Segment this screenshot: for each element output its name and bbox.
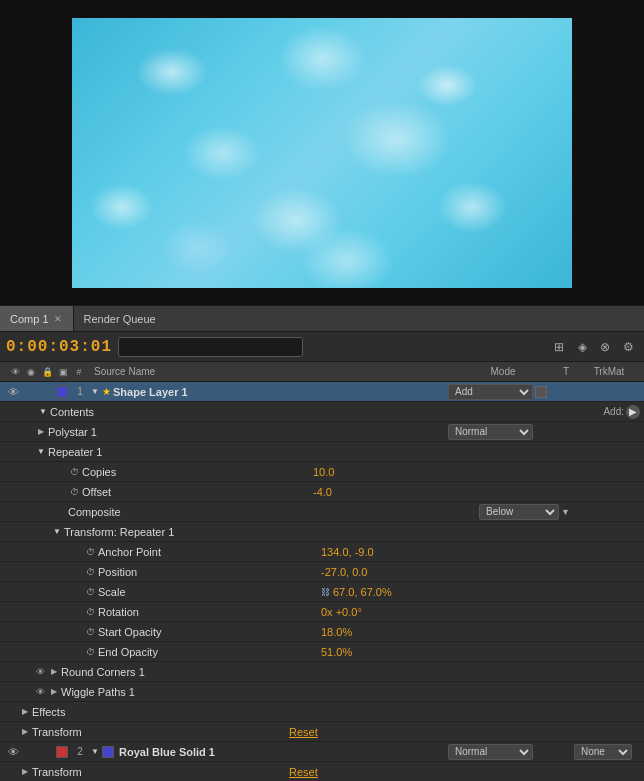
eye-toggle-1[interactable]: 👁 [4,386,22,398]
transform-layer1-expand[interactable]: ▶ [20,727,30,736]
trkmat-header: TrkMat [574,366,644,377]
mode-header: Mode [448,366,558,377]
layers-area: 👁 1 ▼ ★ Shape Layer 1 Add Normal [0,382,644,781]
eye-toggle-2[interactable]: 👁 [4,746,22,758]
copies-stopwatch[interactable]: ⏱ [68,467,80,477]
scale-value[interactable]: 67.0, 67.0% [333,586,392,598]
layer-name-2: Royal Blue Solid 1 [119,746,215,758]
rotation-row: ⏱ Rotation 0x +0.0° [0,602,644,622]
repeater-expand[interactable]: ▼ [36,447,46,456]
eye-wiggle-paths[interactable]: 👁 [36,687,45,697]
search-input[interactable] [118,337,303,357]
layer-num-1: 1 [70,386,90,397]
transform-repeater-row[interactable]: ▼ Transform: Repeater 1 [0,522,644,542]
add-button[interactable]: ▶ [626,405,640,419]
transform-reset-2[interactable]: Reset [289,766,318,778]
position-row: ⏱ Position -27.0, 0.0 [0,562,644,582]
tab-comp1[interactable]: Comp 1 ✕ [0,306,74,331]
start-opacity-value[interactable]: 18.0% [321,626,352,638]
offset-value[interactable]: -4.0 [313,486,332,498]
grid-icon[interactable]: ⊞ [549,337,569,357]
wiggle-paths-label: Wiggle Paths 1 [61,686,135,698]
contents-row[interactable]: ▼ Contents Add: ▶ [0,402,644,422]
transform-layer2-row[interactable]: ▶ Transform Reset [0,762,644,781]
timeline-panel: Comp 1 ✕ Render Queue 0:00:03:01 ⊞ ◈ ⊗ ⚙… [0,305,644,781]
position-value[interactable]: -27.0, 0.0 [321,566,367,578]
transform-layer2-expand[interactable]: ▶ [20,767,30,776]
layer-num-2: 2 [70,746,90,757]
motion-blur-icon[interactable]: ⊗ [595,337,615,357]
start-opacity-stopwatch[interactable]: ⏱ [84,627,96,637]
adjust-icon[interactable]: ⚙ [618,337,638,357]
layer-expand-2[interactable]: ▼ [90,747,100,756]
rotation-value[interactable]: 0x +0.0° [321,606,362,618]
label-box-1[interactable] [54,386,70,398]
layer-expand-1[interactable]: ▼ [90,387,100,396]
end-opacity-stopwatch[interactable]: ⏱ [84,647,96,657]
water-effect [72,18,572,288]
wiggle-paths-expand[interactable]: ▶ [49,687,59,696]
composite-label: Composite [68,506,121,518]
transform-layer2-label: Transform [32,766,82,778]
anchor-value[interactable]: 134.0, -9.0 [321,546,374,558]
wiggle-paths-row[interactable]: 👁 ▶ Wiggle Paths 1 [0,682,644,702]
layer-content-1: ▼ ★ Shape Layer 1 [90,386,448,398]
timecode[interactable]: 0:00:03:01 [6,338,112,356]
header-icons: 👁 ◉ 🔒 ▣ # [4,365,90,379]
tab-comp1-close[interactable]: ✕ [53,314,63,324]
repeater-row[interactable]: ▼ Repeater 1 [0,442,644,462]
offset-label: Offset [82,486,111,498]
layer-row-1[interactable]: 👁 1 ▼ ★ Shape Layer 1 Add Normal [0,382,644,402]
transform-reset-1[interactable]: Reset [289,726,318,738]
t-checkbox-1[interactable] [535,386,547,398]
composite-select[interactable]: Below [479,504,559,520]
label-box-2[interactable] [54,746,70,758]
polystar-mode-select[interactable]: Normal [448,424,533,440]
anchor-stopwatch[interactable]: ⏱ [84,547,96,557]
scale-label: Scale [98,586,126,598]
copies-value[interactable]: 10.0 [313,466,334,478]
lock-header-icon: 🔒 [40,365,54,379]
contents-expand[interactable]: ▼ [38,407,48,416]
round-corners-row[interactable]: 👁 ▶ Round Corners 1 [0,662,644,682]
effects-expand[interactable]: ▶ [20,707,30,716]
transform-repeater-expand[interactable]: ▼ [52,527,62,536]
start-opacity-row: ⏱ Start Opacity 18.0% [0,622,644,642]
copies-row: ⏱ Copies 10.0 [0,462,644,482]
scale-stopwatch[interactable]: ⏱ [84,587,96,597]
star-icon-1: ★ [102,386,111,397]
layer-name-1: Shape Layer 1 [113,386,188,398]
polystar-label: Polystar 1 [48,426,97,438]
tab-bar: Comp 1 ✕ Render Queue [0,306,644,332]
round-corners-expand[interactable]: ▶ [49,667,59,676]
add-label: Add: [603,406,624,417]
trkmat-select-2[interactable]: None [574,744,632,760]
mode-select-2[interactable]: Normal [448,744,533,760]
transport-bar: 0:00:03:01 ⊞ ◈ ⊗ ⚙ [0,332,644,362]
end-opacity-value[interactable]: 51.0% [321,646,352,658]
round-corners-label: Round Corners 1 [61,666,145,678]
anchor-point-row: ⏱ Anchor Point 134.0, -9.0 [0,542,644,562]
solo-header-icon: ◉ [24,365,38,379]
polystar-row[interactable]: ▶ Polystar 1 Normal [0,422,644,442]
transform-layer1-row[interactable]: ▶ Transform Reset [0,722,644,742]
tab-render-label: Render Queue [84,313,156,325]
offset-stopwatch[interactable]: ⏱ [68,487,80,497]
source-name-header: Source Name [90,366,448,377]
end-opacity-row: ⏱ End Opacity 51.0% [0,642,644,662]
tab-render-queue[interactable]: Render Queue [74,306,166,331]
copies-label: Copies [82,466,116,478]
position-stopwatch[interactable]: ⏱ [84,567,96,577]
repeater-label: Repeater 1 [48,446,102,458]
tab-comp1-label: Comp 1 [10,313,49,325]
eye-round-corners[interactable]: 👁 [36,667,45,677]
scale-row: ⏱ Scale ⛓ 67.0, 67.0% [0,582,644,602]
polystar-expand[interactable]: ▶ [36,427,46,436]
rotation-stopwatch[interactable]: ⏱ [84,607,96,617]
effects-row[interactable]: ▶ Effects [0,702,644,722]
solo-icon[interactable]: ◈ [572,337,592,357]
mode-select-1[interactable]: Add Normal [448,384,533,400]
layer-row-2[interactable]: 👁 2 ▼ Royal Blue Solid 1 Normal None [0,742,644,762]
layer-color-2 [56,746,68,758]
solid-color-2 [102,746,114,758]
